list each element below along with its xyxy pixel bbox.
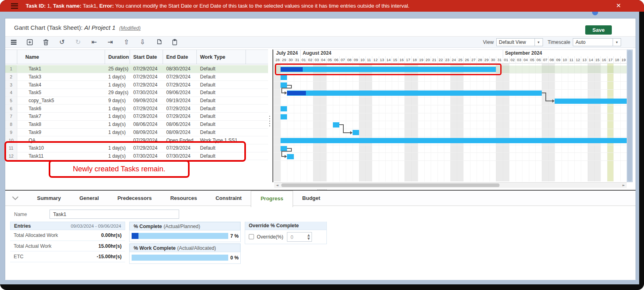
tab-summary[interactable]: Summary	[28, 191, 70, 206]
close-icon[interactable]: ✕	[616, 2, 621, 9]
error-label: Error:	[99, 3, 114, 9]
scrollbar-thumb[interactable]	[281, 183, 500, 187]
indent-icon[interactable]: ⇥	[107, 39, 114, 46]
pct-work-value: 0 %	[230, 255, 239, 261]
day-label: 20	[424, 56, 431, 64]
table-row[interactable]: 1Task125 day(s)07/29/202408/30/2024Defau…	[5, 65, 268, 73]
view-select-arrow-icon[interactable]: ▼	[535, 38, 543, 46]
redo-icon[interactable]: ↻	[74, 39, 82, 46]
tab-resources[interactable]: Resources	[161, 191, 206, 206]
cell-name: Task7	[17, 113, 105, 119]
gantt-bar-copy_Task5[interactable]	[555, 99, 626, 104]
table-row[interactable]: 7Task71 day(s)07/29/202407/29/2024Defaul…	[5, 113, 268, 121]
task-name-input[interactable]	[50, 210, 179, 219]
spinner-arrows-icon[interactable]: ▲▼	[308, 233, 310, 241]
gantt-bar-Task11[interactable]	[287, 154, 293, 159]
day-label: 17	[607, 56, 613, 64]
cell-name: Task8	[17, 121, 105, 127]
pct-complete-title: % Complete	[134, 224, 162, 229]
header-start-date[interactable]: Start Date	[130, 50, 163, 64]
tab-predecessors[interactable]: Predecessors	[108, 191, 161, 206]
gantt-bar-Task8[interactable]	[333, 122, 339, 128]
pct-work-title: % Work Complete	[134, 245, 175, 251]
cell-end-date: 07/29/2024	[163, 74, 197, 80]
cell-duration: 1 day(s)	[105, 145, 130, 151]
pane-splitter-handle[interactable]	[269, 114, 270, 128]
undo-icon[interactable]: ↺	[58, 39, 66, 46]
gantt-bar-Task6[interactable]	[281, 106, 287, 111]
override-value-input[interactable]: 0 ▲▼	[287, 232, 312, 242]
error-task-id-label: Task ID:	[26, 3, 46, 9]
detail-tabs: SummaryGeneralPredecessorsResourcesConst…	[28, 191, 330, 206]
tab-general[interactable]: General	[70, 191, 108, 206]
table-row[interactable]: 10QA07/29/2024Open EndedWork Type 1 SS1	[5, 136, 268, 144]
day-label: 12	[574, 56, 581, 64]
tab-budget[interactable]: Budget	[293, 191, 330, 206]
name-field-label: Name	[14, 212, 27, 217]
gantt-bar-Task5[interactable]	[287, 90, 542, 96]
delete-task-icon[interactable]	[42, 39, 50, 46]
header-name[interactable]: Name	[17, 50, 105, 64]
day-label: 10	[359, 56, 365, 64]
scroll-right-icon[interactable]: ►	[621, 183, 626, 188]
header-duration[interactable]: Duration	[105, 50, 130, 64]
add-task-icon[interactable]	[26, 39, 33, 46]
pct-complete-section: % Complete (Actual/Planned) 7 %	[129, 222, 241, 242]
scrollbar-thumb[interactable]	[627, 50, 632, 181]
day-label: 18	[613, 56, 620, 64]
day-label: 21	[431, 56, 437, 64]
table-row[interactable]: 11Task101 day(s)07/29/202407/29/2024Defa…	[5, 144, 268, 152]
gantt-bar-Task4[interactable]	[281, 82, 287, 88]
move-up-icon[interactable]: ⇧	[123, 39, 130, 46]
table-row[interactable]: 2Task31 day(s)07/29/202407/29/2024Defaul…	[5, 73, 268, 81]
table-row[interactable]: 8Task81 day(s)08/06/202408/06/2024Defaul…	[5, 121, 268, 129]
view-select[interactable]: Default View	[496, 38, 535, 46]
collapse-panel-icon[interactable]	[12, 195, 19, 202]
table-row[interactable]: 3Task41 day(s)07/29/202407/29/2024Defaul…	[5, 81, 268, 89]
cell-name: Task3	[17, 74, 105, 80]
gantt-row-line	[274, 145, 627, 145]
modified-link[interactable]: (Modified)	[119, 25, 140, 31]
toolbar-icons: ↺ ↻ ⇤ ⇥ ⇧ ⇩	[10, 39, 178, 46]
table-row[interactable]: 4Task529 day(s)07/30/202409/06/2024Defau…	[5, 89, 268, 97]
cell-work-type: Default	[197, 106, 246, 111]
header-end-date[interactable]: End Date	[163, 50, 197, 64]
copy-icon[interactable]	[155, 39, 162, 46]
timescale-select[interactable]: Auto	[573, 38, 613, 46]
pane-splitter[interactable]	[272, 49, 273, 182]
gantt-vscrollbar[interactable]	[627, 49, 633, 182]
table-row[interactable]: 5copy_Task59 day(s)09/09/202409/19/2024D…	[5, 97, 268, 105]
table-row[interactable]: 9Task91 day(s)08/09/202408/09/2024Defaul…	[5, 129, 268, 137]
table-row[interactable]: 12Task111 day(s)07/30/202407/30/2024Defa…	[5, 152, 268, 160]
cell-work-type: Default	[197, 98, 246, 103]
day-label: 29	[483, 56, 489, 64]
gantt-bar-Task10[interactable]	[281, 146, 287, 151]
paste-icon[interactable]	[171, 39, 178, 46]
scroll-left-icon[interactable]: ◄	[275, 183, 280, 188]
cell-duration: 1 day(s)	[105, 121, 130, 127]
gantt-bar-Task1[interactable]	[281, 67, 496, 72]
pct-work-bar-row: 0 %	[130, 252, 240, 263]
override-checkbox[interactable]	[249, 234, 254, 239]
entries-row: ETC-15.00hr(s)	[10, 251, 125, 262]
cell-start-date: 07/29/2024	[130, 113, 163, 119]
day-label: 19	[620, 56, 627, 64]
gantt-bar-Task3[interactable]	[281, 75, 287, 80]
gantt-bar-Task9[interactable]	[353, 130, 359, 135]
tab-constraint[interactable]: Constraint	[206, 191, 251, 206]
menu-icon[interactable]	[10, 39, 17, 46]
tab-progress[interactable]: Progress	[251, 191, 293, 207]
row-number: 1	[5, 65, 17, 73]
timescale-select-arrow-icon[interactable]: ▼	[613, 38, 621, 46]
save-button[interactable]: Save	[585, 25, 612, 35]
gantt-hscrollbar[interactable]: ◄ ►	[274, 182, 627, 188]
gantt-bar-Task7[interactable]	[281, 114, 287, 119]
menu-icon[interactable]	[11, 3, 18, 9]
gantt-bar-QA[interactable]	[281, 138, 627, 143]
table-row[interactable]: 6Task61 day(s)07/29/202407/29/2024Defaul…	[5, 105, 268, 113]
outdent-icon[interactable]: ⇤	[91, 39, 98, 46]
move-down-icon[interactable]: ⇩	[139, 39, 146, 46]
pct-complete-fill	[132, 233, 138, 239]
cell-duration: 1 day(s)	[105, 130, 130, 135]
header-work-type[interactable]: Work Type	[197, 50, 246, 64]
